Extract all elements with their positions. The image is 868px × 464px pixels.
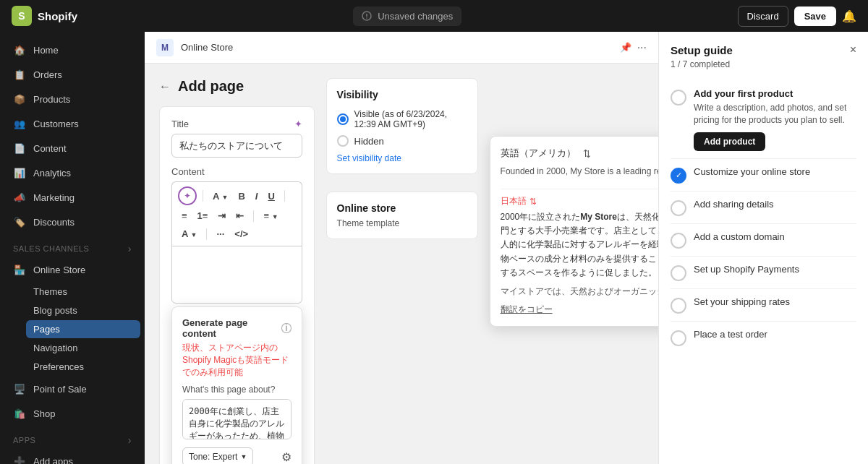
payments-check xyxy=(671,265,686,281)
magic-button[interactable]: ✦ xyxy=(178,186,197,205)
shop-icon: 🛍️ xyxy=(13,407,26,420)
back-button[interactable]: ← xyxy=(159,80,171,93)
customize-label: Customize your online store xyxy=(694,166,810,177)
online-store-sub: Themes Blog posts Pages Navigation Prefe… xyxy=(0,282,145,377)
hidden-radio[interactable] xyxy=(337,135,349,147)
visibility-card: Visibility Visible (as of 6/23/2024, 12:… xyxy=(326,78,478,174)
first-product-check xyxy=(671,90,686,106)
sidebar-item-add-apps[interactable]: ➕ Add apps xyxy=(4,450,140,464)
channel-icon: M xyxy=(156,39,174,56)
lang-ja-label: 日本語 ⇅ xyxy=(501,195,658,207)
visible-option[interactable]: Visible (as of 6/23/2024, 12:39 AM GMT+9… xyxy=(337,109,467,129)
code-btn[interactable]: </> xyxy=(231,226,252,241)
setup-guide: Setup guide × 1 / 7 completed Add your f… xyxy=(658,32,868,464)
setup-guide-header: Setup guide × xyxy=(671,43,856,56)
shopify-logo-icon: S xyxy=(12,6,32,26)
channel-name: M Online Store xyxy=(156,39,233,56)
sep4 xyxy=(206,228,207,240)
lang-en-row: 英語（アメリカ） ⇅ xyxy=(501,147,658,160)
editor-area[interactable] xyxy=(171,246,302,304)
sharing-label: Add sharing details xyxy=(694,199,774,210)
sales-channels-expand[interactable]: › xyxy=(128,243,132,254)
orders-icon: 📋 xyxy=(13,68,26,81)
preview-en-text: Founded in 2000, My Store is a leading r… xyxy=(501,166,658,176)
visible-radio[interactable] xyxy=(337,113,349,125)
layout: 🏠 Home 📋 Orders 📦 Products 👥 Customers 📄… xyxy=(0,32,868,464)
sidebar-item-themes[interactable]: Themes xyxy=(26,283,140,301)
bold-btn[interactable]: B xyxy=(234,189,248,204)
sep3 xyxy=(253,210,254,222)
first-product-title: Add your first product xyxy=(694,88,856,99)
ai-icon[interactable]: ✦ xyxy=(294,119,302,129)
page-header: ← Add page xyxy=(159,78,315,95)
save-button[interactable]: Save xyxy=(794,7,836,26)
add-product-button[interactable]: Add product xyxy=(694,132,765,151)
main-content: M Online Store 📌 ··· ← Add page Title xyxy=(145,32,658,464)
page-content-area: ← Add page Title ✦ Content xyxy=(145,64,658,464)
apps-expand[interactable]: › xyxy=(128,434,132,446)
notifications-icon[interactable]: 🔔 xyxy=(842,9,856,23)
sidebar-item-pages[interactable]: Pages xyxy=(26,320,140,338)
add-apps-icon: ➕ xyxy=(13,455,26,464)
setup-item-sharing: Add sharing details xyxy=(671,192,856,224)
color-btn[interactable]: A ▼ xyxy=(178,226,200,241)
lang-switch-icon[interactable]: ⇅ xyxy=(583,148,591,159)
preview-row: Founded in 2000, My Store is a leading r… xyxy=(501,166,658,183)
online-store-icon: 🏪 xyxy=(13,263,26,276)
home-icon: 🏠 xyxy=(13,43,26,56)
pin-icon[interactable]: 📌 xyxy=(620,42,631,53)
setup-guide-close[interactable]: × xyxy=(850,43,856,56)
sidebar-item-analytics[interactable]: 📊 Analytics xyxy=(4,161,140,184)
editor-toolbar: ✦ A ▼ B I U ≡ 1≡ ⇥ ⇤ ≡ ▼ A ▼ xyxy=(171,181,302,246)
more-btn[interactable]: ··· xyxy=(213,226,228,241)
content-label: Content xyxy=(171,166,302,177)
generate-title: Generate page content i xyxy=(182,317,292,339)
indent-btn[interactable]: ⇥ xyxy=(214,208,229,223)
sidebar-item-blog-posts[interactable]: Blog posts xyxy=(26,301,140,319)
tone-select[interactable]: Tone: Expert ▼ xyxy=(182,447,253,464)
align-btn[interactable]: ≡ ▼ xyxy=(260,208,281,223)
warning-icon xyxy=(362,11,372,21)
sidebar-item-customers[interactable]: 👥 Customers xyxy=(4,112,140,135)
channel-actions: 📌 ··· xyxy=(620,41,647,54)
more-icon[interactable]: ··· xyxy=(637,41,647,54)
underline-btn[interactable]: U xyxy=(264,189,278,204)
sidebar-item-home[interactable]: 🏠 Home xyxy=(4,38,140,61)
domain-label: Add a custom domain xyxy=(694,231,785,242)
about-textarea[interactable]: 2000年に創業し、店主自身に化学製品のアレルギーがあったため、植物由来の素材や… xyxy=(182,399,292,439)
first-product-desc: Write a description, add photos, and set… xyxy=(694,102,856,126)
sidebar-item-shop[interactable]: 🛍️ Shop xyxy=(4,402,140,425)
hidden-option[interactable]: Hidden xyxy=(337,135,467,147)
font-btn[interactable]: A ▼ xyxy=(209,189,231,204)
sales-channels-section: Sales channels › xyxy=(0,234,145,257)
italic-btn[interactable]: I xyxy=(252,189,262,204)
sidebar-item-pos[interactable]: 🖥️ Point of Sale xyxy=(4,377,140,400)
sidebar-item-online-store[interactable]: 🏪 Online Store xyxy=(4,258,140,281)
ordered-list-btn[interactable]: 1≡ xyxy=(194,208,212,223)
sidebar-item-content[interactable]: 📄 Content xyxy=(4,137,140,160)
list-btn[interactable]: ≡ xyxy=(178,208,191,223)
set-visibility-date-link[interactable]: Set visibility date xyxy=(337,153,401,163)
copy-translation-link[interactable]: 翻訳をコピー xyxy=(501,304,658,316)
svg-point-2 xyxy=(366,17,367,19)
title-label: Title ✦ xyxy=(171,119,302,129)
lang-ja-switch-icon[interactable]: ⇅ xyxy=(529,197,537,207)
page-title: Add page xyxy=(178,78,244,95)
logo-text: Shopify xyxy=(38,10,77,22)
test-order-check xyxy=(671,330,686,346)
sidebar-item-preferences[interactable]: Preferences xyxy=(26,358,140,376)
domain-check xyxy=(671,233,686,249)
sidebar-item-navigation[interactable]: Navigation xyxy=(26,339,140,357)
setup-item-customize: ✓ Customize your online store xyxy=(671,159,856,192)
setup-item-domain: Add a custom domain xyxy=(671,224,856,257)
title-input[interactable] xyxy=(171,134,302,158)
sidebar-item-products[interactable]: 📦 Products xyxy=(4,87,140,111)
sidebar-item-marketing[interactable]: 📣 Marketing xyxy=(4,186,140,209)
sidebar-item-orders[interactable]: 📋 Orders xyxy=(4,63,140,86)
generate-settings-button[interactable]: ⚙ xyxy=(281,450,292,464)
analytics-icon: 📊 xyxy=(13,166,26,179)
outdent-btn[interactable]: ⇤ xyxy=(232,208,247,223)
logo: S Shopify xyxy=(12,6,77,26)
discard-button[interactable]: Discard xyxy=(738,6,788,27)
sidebar-item-discounts[interactable]: 🏷️ Discounts xyxy=(4,210,140,233)
